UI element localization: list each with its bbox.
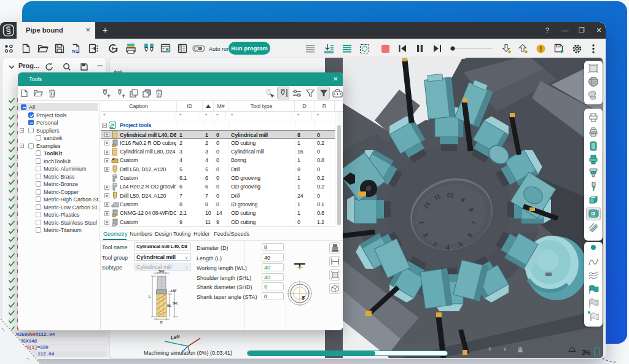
svg-text:L: L <box>149 295 150 298</box>
svg-text:Left: Left <box>170 334 180 341</box>
svg-text:D: D <box>160 320 163 324</box>
svg-text:SHL: SHL <box>173 302 178 305</box>
svg-text:o: o <box>509 50 510 53</box>
svg-text:SHD: SHD <box>158 270 165 273</box>
svg-text:8: 8 <box>302 295 305 301</box>
svg-text:4: 4 <box>446 244 450 251</box>
svg-text:7: 7 <box>471 220 477 225</box>
svg-text:STA: STA <box>171 290 176 293</box>
svg-text:10: 10 <box>447 192 455 199</box>
svg-text:N1: N1 <box>72 48 79 53</box>
svg-text:WL: WL <box>167 304 171 308</box>
svg-text:o: o <box>525 50 527 53</box>
svg-text:1: 1 <box>418 221 425 225</box>
